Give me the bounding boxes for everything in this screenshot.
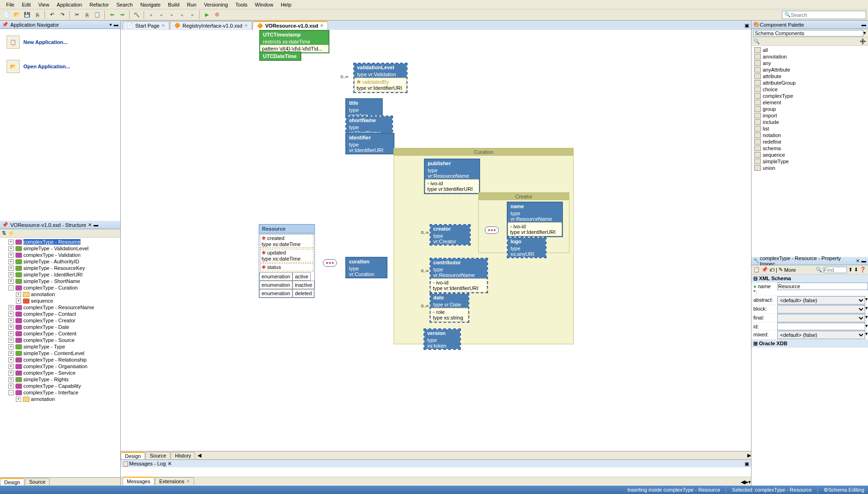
node-version[interactable]: version type xs:token bbox=[423, 328, 461, 350]
tab-design[interactable]: Design bbox=[0, 478, 24, 486]
expand-icon[interactable]: + bbox=[8, 312, 14, 317]
tree-item[interactable]: +complexType - Validation bbox=[1, 252, 119, 258]
diagram-area[interactable]: UTCTimestamp restricts xs:dateTime patte… bbox=[121, 30, 751, 451]
expand-icon[interactable]: + bbox=[16, 292, 21, 297]
copy-icon[interactable]: ⎘ bbox=[82, 10, 92, 20]
tool1-icon[interactable]: ▫ bbox=[146, 10, 156, 20]
add-icon[interactable]: ➕ bbox=[860, 38, 866, 44]
expand-icon[interactable]: + bbox=[8, 305, 14, 310]
more-icon[interactable]: ▾ bbox=[865, 331, 868, 339]
tree-item[interactable]: +complexType - Source bbox=[1, 337, 119, 343]
node-date[interactable]: date type vr:Date ◦ role type xs:string bbox=[430, 293, 469, 323]
new-application[interactable]: 📋 New Application... bbox=[3, 32, 117, 52]
expand-icon[interactable]: + bbox=[8, 377, 14, 382]
tree-item[interactable]: +complexType - Contact bbox=[1, 311, 119, 317]
component-item-attributeGroup[interactable]: attributeGroup bbox=[752, 80, 867, 86]
expand-icon[interactable]: + bbox=[8, 331, 14, 336]
tab-start-page[interactable]: 📄 Start Page ✕ bbox=[123, 21, 169, 29]
minimize-icon[interactable]: ▬ bbox=[114, 22, 118, 27]
component-item-import[interactable]: import bbox=[752, 112, 867, 119]
component-item-redefine[interactable]: redefine bbox=[752, 138, 867, 145]
node-identifier[interactable]: identifier type vr:IdentifierURI bbox=[345, 133, 394, 154]
expand-icon[interactable]: - bbox=[8, 390, 14, 395]
tree-item[interactable]: +complexType - Relationship bbox=[1, 356, 119, 363]
menu-search[interactable]: Search bbox=[113, 1, 137, 8]
menu-versioning[interactable]: Versioning bbox=[200, 1, 232, 8]
menu-view[interactable]: View bbox=[35, 1, 53, 8]
tree-item[interactable]: +simpleType - AuthorityID bbox=[1, 258, 119, 265]
view-icon[interactable]: 📋 bbox=[753, 267, 760, 273]
forward-icon[interactable]: ➡ bbox=[117, 10, 127, 20]
tab-voresource[interactable]: 🔶 VOResource-v1.0.xsd ✕ bbox=[253, 21, 328, 30]
close-icon[interactable]: ✕ bbox=[186, 479, 190, 484]
node-utctimestamp[interactable]: UTCTimestamp restricts xs:dateTime patte… bbox=[259, 30, 329, 53]
tree-item[interactable]: +sequence bbox=[1, 298, 119, 304]
dropdown-icon[interactable]: ▾ bbox=[109, 22, 112, 27]
component-item-complexType[interactable]: complexType bbox=[752, 93, 867, 99]
menu-navigate[interactable]: Navigate bbox=[137, 1, 164, 8]
redo-icon[interactable]: ↷ bbox=[58, 10, 67, 20]
node-creator[interactable]: creator type vr:Creator bbox=[430, 224, 471, 246]
undo-icon[interactable]: ↶ bbox=[47, 10, 57, 20]
tree-item[interactable]: +complexType - Date bbox=[1, 324, 119, 330]
node-name[interactable]: name type vr:ResourceName ◦ ivo-id type … bbox=[507, 202, 563, 237]
expand-icon[interactable]: + bbox=[8, 384, 14, 389]
block-select[interactable] bbox=[777, 305, 865, 313]
build-icon[interactable]: 🔨 bbox=[132, 10, 141, 20]
component-item-group[interactable]: group bbox=[752, 106, 867, 112]
component-item-simpleType[interactable]: simpleType bbox=[752, 158, 867, 165]
maximize-icon[interactable]: ▣ bbox=[744, 461, 749, 467]
tree-item[interactable]: +annotation bbox=[1, 291, 119, 298]
run-icon[interactable]: ▶ bbox=[202, 10, 212, 20]
component-item-sequence[interactable]: sequence bbox=[752, 152, 867, 158]
save-all-icon[interactable]: ⎘ bbox=[33, 10, 42, 20]
menu-edit[interactable]: Edit bbox=[18, 1, 35, 8]
abstract-select[interactable]: <default> (false) bbox=[777, 296, 865, 305]
node-resource[interactable]: Resource ✱ createdtype xs:dateTime ✱ upd… bbox=[259, 224, 315, 298]
component-item-include[interactable]: include bbox=[752, 119, 867, 125]
expand-icon[interactable]: + bbox=[16, 397, 21, 402]
more-link[interactable]: More bbox=[784, 267, 796, 273]
menu-refactor[interactable]: Refactor bbox=[86, 1, 113, 8]
tree-item[interactable]: +complexType - Organisation bbox=[1, 363, 119, 370]
search-icon[interactable]: 🔍 bbox=[753, 38, 760, 44]
component-item-annotation[interactable]: annotation bbox=[752, 53, 867, 60]
search-input[interactable] bbox=[791, 12, 864, 18]
node-validationlevel[interactable]: validationLevel type vr:Validation ✱ val… bbox=[353, 63, 408, 93]
final-select[interactable] bbox=[777, 314, 865, 322]
cut-icon[interactable]: ✂ bbox=[72, 10, 81, 20]
tree-item[interactable]: +simpleType - ResourceKey bbox=[1, 265, 119, 271]
tag-icon[interactable]: 🏷 bbox=[769, 267, 774, 273]
scroll-left-icon[interactable]: ◀ bbox=[197, 452, 201, 458]
tree-item[interactable]: +simpleType - ContentLevel bbox=[1, 350, 119, 356]
help-icon[interactable]: ❓ bbox=[860, 267, 866, 273]
tool2-icon[interactable]: ▫ bbox=[157, 10, 166, 20]
tab-history[interactable]: History bbox=[171, 452, 195, 459]
id-input[interactable] bbox=[777, 323, 865, 330]
tree-item[interactable]: +complexType - Content bbox=[1, 330, 119, 337]
more-icon[interactable]: ▾ bbox=[865, 314, 868, 322]
name-input[interactable] bbox=[777, 283, 868, 290]
tree-item[interactable]: +annotation bbox=[1, 396, 119, 402]
tab-design[interactable]: Design bbox=[121, 452, 145, 459]
pin-icon[interactable]: 📌 bbox=[2, 222, 8, 228]
expand-icon[interactable]: + bbox=[8, 370, 14, 376]
xml-schema-section[interactable]: ⊟ XML Schema bbox=[751, 275, 868, 283]
tree-item[interactable]: +complexType - ResourceName bbox=[1, 304, 119, 311]
dropdown-icon[interactable]: ▾ bbox=[863, 30, 866, 36]
nav-up-icon[interactable]: ⬆ bbox=[848, 267, 853, 273]
find-input[interactable] bbox=[824, 267, 847, 273]
expand-icon[interactable]: + bbox=[8, 364, 14, 369]
open-application[interactable]: 📂 Open Application... bbox=[3, 56, 117, 77]
tool3-icon[interactable]: ▫ bbox=[167, 10, 176, 20]
expand-icon[interactable]: + bbox=[8, 253, 14, 258]
expand-icon[interactable]: + bbox=[8, 351, 14, 356]
debug-icon[interactable]: ⚙ bbox=[212, 10, 222, 20]
tab-source[interactable]: Source bbox=[146, 452, 170, 459]
tool5-icon[interactable]: ▫ bbox=[188, 10, 197, 20]
component-item-any[interactable]: any bbox=[752, 60, 867, 66]
node-logo[interactable]: logo type xs:anyURI bbox=[507, 237, 547, 258]
component-item-choice[interactable]: choice bbox=[752, 86, 867, 93]
close-icon[interactable]: ✕ bbox=[320, 23, 324, 28]
open-icon[interactable]: 📂 bbox=[12, 10, 22, 20]
